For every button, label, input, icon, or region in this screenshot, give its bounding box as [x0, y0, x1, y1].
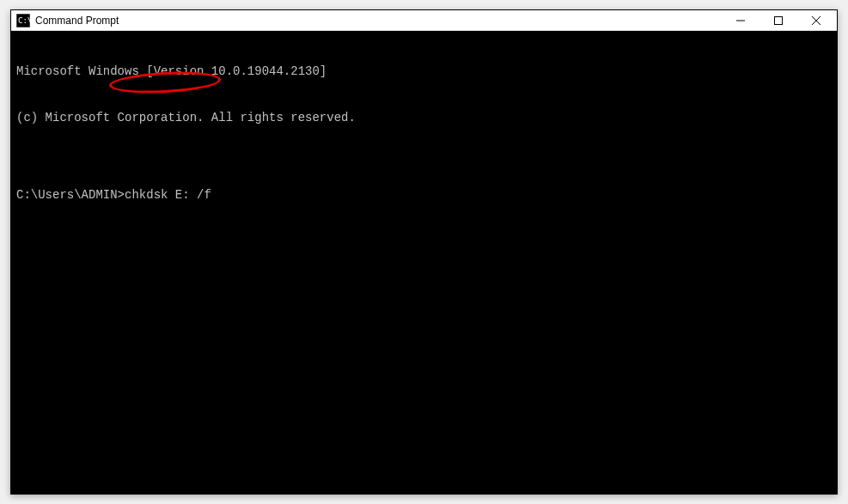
minimize-button[interactable] — [722, 10, 760, 31]
window-controls — [722, 10, 835, 30]
terminal-prompt-line: C:\Users\ADMIN>chkdsk E: /f — [16, 187, 832, 203]
terminal-line: Microsoft Windows [Version 10.0.19044.21… — [16, 64, 832, 79]
terminal-command: chkdsk E: /f — [125, 187, 211, 203]
terminal-prompt: C:\Users\ADMIN> — [16, 187, 125, 203]
command-prompt-icon: C:\ — [16, 14, 30, 27]
terminal-area[interactable]: Microsoft Windows [Version 10.0.19044.21… — [11, 31, 837, 494]
terminal-line: (c) Microsoft Corporation. All rights re… — [16, 110, 832, 125]
svg-text:C:\: C:\ — [18, 16, 30, 25]
titlebar[interactable]: C:\ Command Prompt — [11, 10, 837, 31]
window-title: Command Prompt — [35, 15, 722, 27]
svg-rect-3 — [775, 16, 783, 24]
command-prompt-window: C:\ Command Prompt Microsoft Windows [Ve… — [10, 9, 838, 495]
close-button[interactable] — [797, 10, 835, 31]
maximize-button[interactable] — [760, 10, 797, 31]
